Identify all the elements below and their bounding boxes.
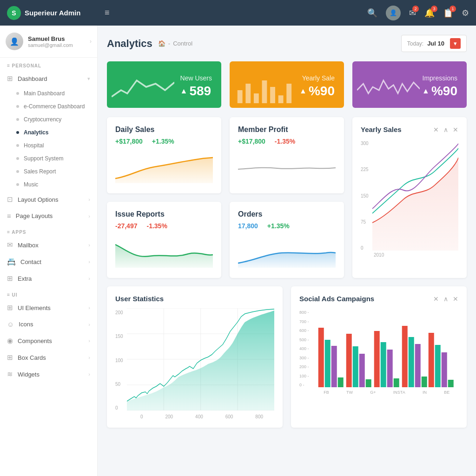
member-profit-card: Member Profit +$17,800 -1.35%	[230, 117, 344, 193]
svg-rect-19	[346, 334, 351, 387]
sidebar-item-box-cards[interactable]: ⊞ Box Cards ›	[0, 349, 97, 366]
tasks-icon[interactable]: 📋 1	[443, 8, 453, 18]
card-values: +$17,800 -1.35%	[238, 138, 336, 145]
y-label: 200 -	[299, 364, 309, 369]
mail-badge: 2	[412, 6, 419, 12]
sidebar-item-components[interactable]: ◉ Components ›	[0, 332, 97, 349]
chevron-up-icon[interactable]: ∧	[443, 126, 448, 133]
social-ads-chart	[313, 308, 458, 387]
svg-rect-32	[435, 345, 440, 387]
x-label: IN	[423, 390, 427, 395]
stat-card-info: Yearly Sale ▲ %90	[299, 74, 335, 99]
stat-value: ▲ 589	[180, 84, 212, 99]
breadcrumb-current: Control	[173, 40, 192, 47]
sidebar-item-main-dashboard[interactable]: Main Dashboard	[0, 87, 97, 100]
stat-number: 589	[189, 84, 211, 99]
dashboard-icon: ⊞	[7, 74, 13, 83]
sidebar-item-mailbox[interactable]: ✉ Mailbox ›	[0, 237, 97, 253]
user-stats-chart	[127, 308, 274, 410]
expand-icon[interactable]: ✕	[453, 295, 458, 303]
card-values: -27,497 -1.35%	[115, 222, 213, 230]
extra-icon: ⊞	[7, 274, 13, 283]
page-title: Analytics	[107, 38, 152, 50]
contact-icon: 📇	[7, 258, 16, 266]
sidebar-item-music[interactable]: Music	[0, 178, 97, 191]
value-primary: +$17,800	[115, 138, 143, 145]
sidebar-item-ecommerce-dashboard[interactable]: e-Commerce Dashboard	[0, 100, 97, 113]
y-label: 300	[361, 141, 369, 146]
sidebar-sub-label: Support System	[24, 155, 63, 162]
value-secondary: -1.35%	[275, 138, 295, 145]
y-label: 0 -	[299, 383, 309, 387]
close-icon[interactable]: ✕	[433, 126, 439, 133]
sidebar-item-ui-elements[interactable]: ⊞ UI Elements ›	[0, 299, 97, 316]
breadcrumb: 🏠 - Control	[158, 40, 192, 47]
svg-rect-29	[415, 344, 420, 387]
x-label: 2010	[361, 252, 458, 258]
dot-icon	[16, 118, 19, 121]
settings-icon[interactable]: ⚙	[462, 8, 469, 18]
svg-rect-21	[359, 354, 364, 387]
layout-icon: ⊡	[7, 195, 13, 204]
notification-badge: 3	[431, 6, 437, 12]
avatar: 👤	[6, 33, 23, 50]
y-label: 0	[361, 245, 369, 251]
card-actions: ✕ ∧ ✕	[433, 295, 458, 303]
topbar: S Superieur Admin ≡ 🔍 👤 ✉ 2 🔔 3 📋 1 ⚙	[0, 0, 476, 26]
sidebar-item-contact[interactable]: 📇 Contact ›	[0, 253, 97, 270]
y-label: 100	[115, 358, 123, 363]
sidebar-item-label: Components	[18, 337, 52, 344]
sidebar-item-extra[interactable]: ⊞ Extra ›	[0, 270, 97, 287]
avatar[interactable]: 👤	[386, 6, 401, 20]
sidebar-user[interactable]: 👤 Samuel Brus samuel@gmail.com ›	[0, 26, 97, 58]
notification-icon[interactable]: 🔔 3	[424, 8, 435, 18]
dropdown-arrow-icon[interactable]: ▾	[450, 38, 461, 49]
sidebar-item-dashboard[interactable]: ⊞ Dashboard ▾	[0, 70, 97, 87]
user-profile-icon[interactable]: 👤	[386, 6, 401, 20]
dot-icon	[16, 157, 19, 160]
x-label: FB	[324, 390, 329, 395]
user-dropdown-arrow[interactable]: ›	[90, 38, 92, 45]
sidebar-item-support[interactable]: Support System	[0, 152, 97, 165]
sidebar-item-layout-options[interactable]: ⊡ Layout Options ›	[0, 191, 97, 208]
svg-rect-18	[337, 377, 343, 387]
menu-toggle-icon[interactable]: ≡	[105, 8, 110, 18]
sidebar-item-hospital[interactable]: Hospital	[0, 139, 97, 152]
sidebar-item-widgets[interactable]: ≋ Widgets ›	[0, 366, 97, 383]
x-label: TW	[346, 390, 353, 395]
member-profit-chart	[238, 151, 336, 183]
card-title: Daily Sales	[115, 126, 213, 134]
card-actions: ✕ ∧ ✕	[433, 126, 458, 133]
sidebar-sub-label: Analytics	[24, 129, 48, 136]
date-selector[interactable]: Today: Jul 10 ▾	[401, 35, 467, 52]
sidebar-item-sales-report[interactable]: Sales Report	[0, 165, 97, 178]
y-label: 150	[115, 334, 123, 339]
sidebar-item-icons[interactable]: ☺ Icons ›	[0, 316, 97, 332]
y-label: 50	[115, 382, 123, 387]
sidebar-item-page-layouts[interactable]: ≡ Page Layouts ›	[0, 208, 97, 224]
sparkline-chart	[234, 71, 297, 103]
y-label: 150	[361, 193, 369, 198]
sidebar-item-cryptocurrency[interactable]: Cryptocurrency	[0, 113, 97, 126]
y-label: 225	[361, 167, 369, 172]
sidebar-item-analytics[interactable]: Analytics	[0, 126, 97, 139]
chevron-right-icon: ›	[88, 259, 90, 264]
user-stats-title: User Statistics	[115, 295, 164, 303]
user-info: Samuel Brus samuel@gmail.com	[28, 35, 73, 48]
chevron-up-icon[interactable]: ∧	[443, 295, 448, 303]
close-icon[interactable]: ✕	[433, 295, 439, 303]
breadcrumb-home[interactable]: 🏠	[158, 40, 165, 47]
y-label: 200	[115, 310, 123, 315]
card-header: User Statistics	[115, 295, 274, 303]
svg-rect-20	[352, 346, 358, 387]
orders-chart	[238, 235, 336, 268]
arrow-up-icon: ▲	[299, 87, 307, 95]
svg-rect-0	[238, 90, 243, 103]
sidebar-item-label: Layout Options	[18, 196, 58, 203]
expand-icon[interactable]: ✕	[453, 126, 458, 133]
yearly-sales-chart	[372, 139, 458, 251]
y-label: 100 -	[299, 374, 309, 378]
dot-icon	[16, 183, 19, 186]
search-icon[interactable]: 🔍	[367, 8, 377, 18]
mail-icon[interactable]: ✉ 2	[409, 8, 416, 18]
